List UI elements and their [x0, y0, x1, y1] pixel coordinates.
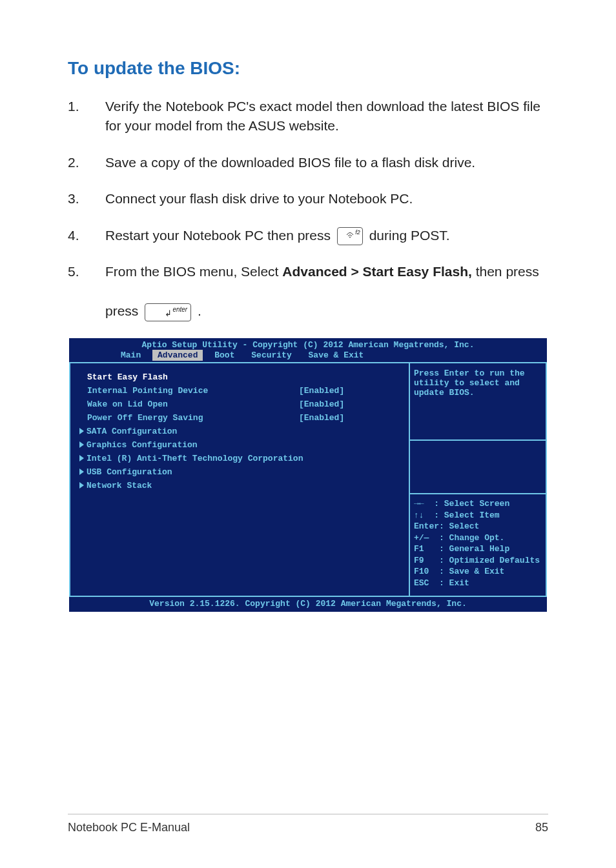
step-body: Save a copy of the downloaded BIOS file … — [105, 153, 548, 172]
f2-key-icon: f2 — [337, 227, 363, 245]
bios-footer: Version 2.15.1226. Copyright (C) 2012 Am… — [69, 597, 547, 612]
section-heading: To update the BIOS: — [68, 58, 548, 79]
step-number: 5. — [68, 262, 105, 321]
bios-sub-sata[interactable]: SATA Configuration — [79, 427, 402, 436]
help-line: →← : Select Screen — [414, 498, 542, 510]
footer-title: Notebook PC E-Manual — [68, 821, 190, 834]
bios-row-power-off[interactable]: Power Off Energy Saving [Enabled] — [79, 413, 402, 423]
triangle-icon — [79, 428, 84, 434]
bios-help-panel: Press Enter to run the utility to select… — [410, 363, 547, 596]
bios-screenshot: Aptio Setup Utility - Copyright (C) 2012… — [69, 338, 547, 612]
tab-advanced[interactable]: Advanced — [152, 350, 203, 361]
step-body: From the BIOS menu, Select Advanced > St… — [105, 262, 548, 321]
bios-row-value: [Enabled] — [299, 413, 402, 423]
bios-sub-label: USB Configuration — [87, 467, 172, 477]
step-1: 1. Verify the Notebook PC's exact model … — [68, 97, 548, 136]
help-line: F9 : Optimized Defaults — [414, 555, 542, 567]
bios-row-wake-lid[interactable]: Wake on Lid Open [Enabled] — [79, 399, 402, 409]
bios-row-value — [299, 372, 402, 382]
step-body: Verify the Notebook PC's exact model the… — [105, 97, 548, 136]
step-2: 2. Save a copy of the downloaded BIOS fi… — [68, 153, 548, 172]
bios-sub-usb[interactable]: USB Configuration — [79, 467, 402, 477]
bios-row-start-easy-flash[interactable]: Start Easy Flash — [79, 372, 402, 382]
step4-prefix: Restart your Notebook PC then press — [105, 228, 334, 243]
bios-row-label: Internal Pointing Device — [79, 386, 299, 396]
step5-press-word: press — [105, 303, 142, 318]
help-line: Enter: Select — [414, 521, 542, 532]
step-number: 2. — [68, 153, 105, 172]
triangle-icon — [79, 441, 84, 448]
step4-suffix: during POST. — [369, 228, 450, 243]
bios-row-label: Wake on Lid Open — [79, 399, 299, 409]
tab-main[interactable]: Main — [116, 350, 146, 361]
tab-boot[interactable]: Boot — [209, 350, 240, 361]
help-line: F10 : Save & Exit — [414, 566, 542, 578]
triangle-icon — [79, 469, 84, 475]
bios-sub-label: SATA Configuration — [87, 427, 177, 436]
step-number: 1. — [68, 97, 105, 136]
step5-prefix: From the BIOS menu, Select — [105, 264, 282, 279]
page-number: 85 — [535, 821, 548, 834]
enter-arrow-icon: ↲ — [165, 308, 172, 320]
step-body: Restart your Notebook PC then press f2 d… — [105, 226, 548, 245]
help-line: F1 : General Help — [414, 543, 542, 555]
triangle-icon — [79, 482, 84, 489]
wifi-icon — [346, 232, 354, 241]
step-3: 3. Connect your flash disk drive to your… — [68, 189, 548, 208]
bios-row-internal-pointing[interactable]: Internal Pointing Device [Enabled] — [79, 386, 402, 396]
step-number: 4. — [68, 226, 105, 245]
step-5: 5. From the BIOS menu, Select Advanced >… — [68, 262, 548, 321]
bios-row-value: [Enabled] — [299, 386, 402, 396]
bios-help-keys: →← : Select Screen ↑↓ : Select Item Ente… — [410, 493, 546, 595]
bios-sub-label: Intel (R) Anti-Theft Technology Corporat… — [87, 454, 303, 463]
bios-help-description: Press Enter to run the utility to select… — [410, 363, 546, 441]
step5-bold: Advanced > Start Easy Flash, — [282, 264, 472, 279]
help-line: ESC : Exit — [414, 578, 542, 589]
step5-suffix: . — [198, 303, 201, 318]
svg-point-0 — [349, 237, 351, 238]
enter-label: enter — [172, 305, 187, 315]
tab-save-exit[interactable]: Save & Exit — [303, 350, 369, 361]
step-4: 4. Restart your Notebook PC then press f… — [68, 226, 548, 245]
bios-sub-label: Graphics Configuration — [87, 440, 198, 450]
bios-sub-label: Network Stack — [87, 481, 152, 490]
bios-sub-intel-antitheft[interactable]: Intel (R) Anti-Theft Technology Corporat… — [79, 454, 402, 463]
bios-tabs: Main Advanced Boot Security Save & Exit — [69, 350, 547, 362]
page-footer: Notebook PC E-Manual 85 — [68, 814, 548, 834]
bios-header: Aptio Setup Utility - Copyright (C) 2012… — [69, 338, 547, 350]
step5-mid: then press — [476, 264, 539, 279]
enter-key-icon: enter ↲ — [145, 303, 191, 321]
bios-main-panel: Start Easy Flash Internal Pointing Devic… — [69, 363, 410, 596]
bios-row-label: Power Off Energy Saving — [79, 413, 299, 423]
bios-row-value: [Enabled] — [299, 399, 402, 409]
triangle-icon — [79, 455, 84, 461]
f2-label: f2 — [355, 228, 360, 237]
help-line: +/— : Change Opt. — [414, 532, 542, 544]
tab-security[interactable]: Security — [246, 350, 296, 361]
help-line: ↑↓ : Select Item — [414, 510, 542, 521]
bios-sub-graphics[interactable]: Graphics Configuration — [79, 440, 402, 450]
bios-sub-network[interactable]: Network Stack — [79, 481, 402, 490]
step-number: 3. — [68, 189, 105, 208]
bios-row-label: Start Easy Flash — [79, 372, 299, 382]
step-body: Connect your flash disk drive to your No… — [105, 189, 548, 208]
